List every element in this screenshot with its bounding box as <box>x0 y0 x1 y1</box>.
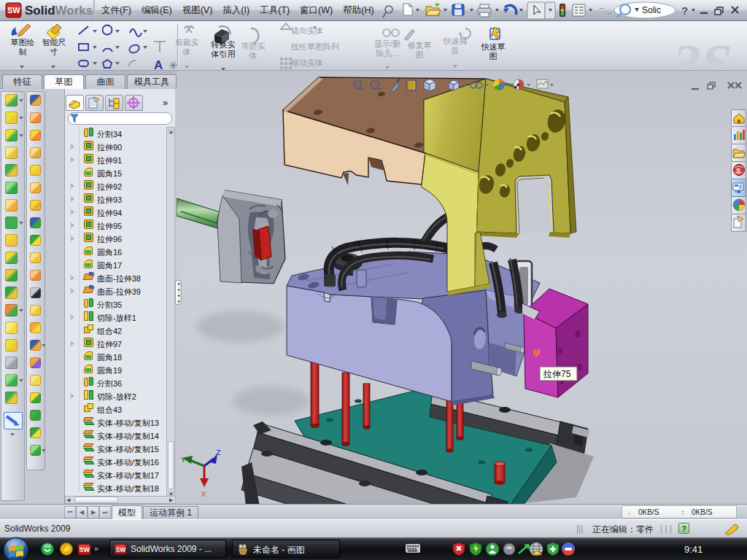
svg-text:SolidWorks: SolidWorks <box>25 4 93 18</box>
svg-text:SW: SW <box>7 6 20 15</box>
svg-text:✳: ✳ <box>169 59 178 70</box>
svg-text:拉伸75: 拉伸75 <box>543 369 571 379</box>
svg-text:Y: Y <box>181 456 186 464</box>
svg-text:3S: 3S <box>672 32 732 70</box>
svg-text:S: S <box>736 167 740 174</box>
svg-text:»: » <box>94 544 98 553</box>
svg-text:X: X <box>201 490 206 499</box>
svg-text:SW: SW <box>80 546 90 553</box>
svg-text:φ: φ <box>533 344 541 358</box>
svg-text:Solic: Solic <box>642 5 661 15</box>
svg-text:?: ? <box>681 4 688 17</box>
svg-text:SW: SW <box>116 546 127 553</box>
svg-text:Z: Z <box>216 448 221 457</box>
svg-text:㆒..: ㆒.. <box>599 6 613 16</box>
svg-text:A: A <box>154 58 163 70</box>
